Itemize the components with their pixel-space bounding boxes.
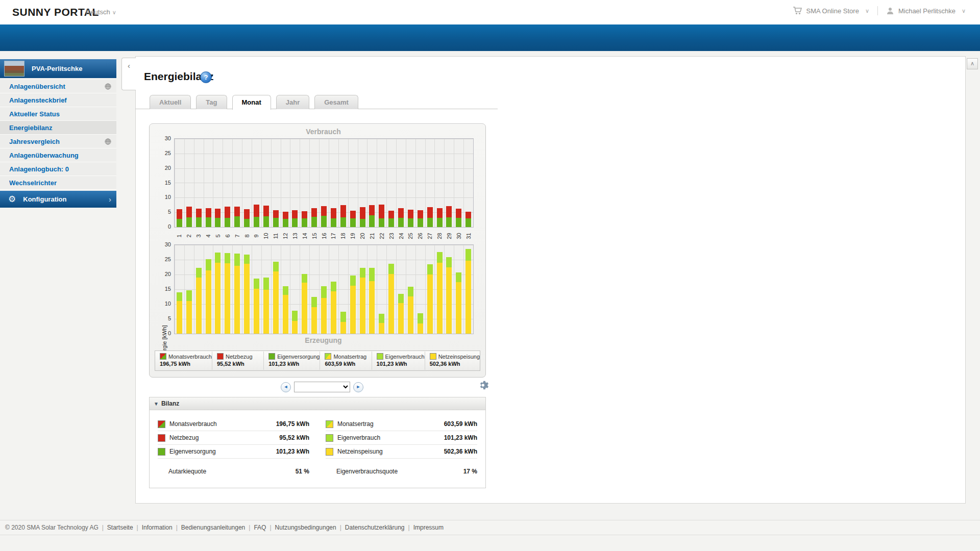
bar-day-24 [398, 294, 404, 334]
bilanz-quote-value: 51 % [296, 468, 309, 475]
bilanz-swatch-light_green [326, 434, 333, 442]
bar-segment-netzbezug [427, 207, 433, 218]
bilanz-quote-value: 17 % [463, 468, 477, 475]
footer-link-nutzungsbedingungen[interactable]: Nutzungsbedingungen [275, 524, 336, 531]
language-selector[interactable]: Deutsch∨ [86, 8, 116, 16]
bar-segment-netzeinspeisung [446, 267, 452, 334]
next-month-button[interactable]: ► [353, 382, 363, 392]
sidebar-plant-header[interactable]: PVA-Perlitschke [0, 59, 116, 78]
bar-day-8 [244, 255, 250, 334]
bar-segment-netzbezug [340, 205, 346, 217]
bar-segment-eigenversorgung [263, 216, 269, 227]
tab-aktuell[interactable]: Aktuell [150, 95, 191, 109]
legend-label: Netzbezug [226, 354, 253, 360]
sidebar-item-8[interactable]: Wechselrichter [0, 176, 116, 190]
bar-segment-netzeinspeisung [254, 289, 259, 334]
bar-day-21 [369, 205, 375, 227]
bar-segment-eigenverbrauch [273, 262, 279, 271]
bar-day-1 [177, 209, 182, 227]
bar-segment-netzeinspeisung [465, 261, 471, 334]
tab-monat[interactable]: Monat [232, 95, 271, 110]
y-tick-label: 0 [154, 330, 171, 336]
app-root: SUNNY PORTAL Deutsch∨ SMA Online Store ∨… [0, 0, 980, 551]
language-label: Deutsch [86, 8, 110, 16]
sidebar-item-label: Anlagensteckbrief [0, 96, 116, 104]
footer-link-startseite[interactable]: Startseite [107, 524, 133, 531]
bar-segment-netzbezug [418, 210, 423, 218]
y-tick-label: 20 [154, 165, 171, 171]
bar-segment-eigenverbrauch [369, 268, 375, 281]
bar-segment-eigenversorgung [215, 218, 220, 228]
sidebar-item-7[interactable]: Anlagenlogbuch: 0 [0, 162, 116, 176]
bar-segment-eigenversorgung [177, 219, 182, 227]
help-icon[interactable]: ? [200, 71, 212, 83]
brand-bar [0, 24, 980, 51]
bar-segment-netzbezug [273, 210, 279, 218]
footer-link-information[interactable]: Information [142, 524, 173, 531]
legend-item-monatsertrag: Monatsertrag603,59 kWh [320, 352, 371, 370]
y-tick-label: 5 [154, 209, 171, 215]
sidebar-item-konfiguration[interactable]: ⚙ Konfiguration › [0, 191, 116, 208]
bar-day-25 [408, 287, 413, 334]
legend-swatch-green [268, 353, 275, 360]
footer-separator: | [249, 524, 250, 531]
bar-segment-netzbezug [321, 206, 327, 216]
sidebar-item-1[interactable]: Anlagenübersicht [0, 80, 116, 93]
bar-segment-eigenverbrauch [225, 253, 230, 263]
legend-label-row: Netzbezug [217, 353, 263, 360]
footer-link-datenschutzerklärung[interactable]: Datenschutzerklärung [345, 524, 405, 531]
bar-day-19 [350, 211, 356, 227]
tab-gesamt[interactable]: Gesamt [314, 95, 358, 109]
legend-swatch-red [217, 353, 224, 360]
bar-segment-netzbezug [388, 211, 394, 218]
bar-segment-netzeinspeisung [244, 264, 250, 334]
sidebar-item-4[interactable]: Energiebilanz [0, 121, 116, 135]
scroll-up-button[interactable]: ∧ [967, 58, 978, 69]
bar-day-5 [215, 209, 220, 227]
footer-link-faq[interactable]: FAQ [254, 524, 266, 531]
bilanz-row-netzeinspeisung: Netzeinspeisung502,36 kWh [326, 445, 477, 459]
store-link[interactable]: SMA Online Store [806, 7, 859, 15]
footer-link-bedienungsanleitungen[interactable]: Bedienungsanleitungen [181, 524, 245, 531]
bar-day-20 [360, 207, 365, 227]
plant-name: PVA-Perlitschke [32, 65, 82, 72]
footer-separator: | [102, 524, 104, 531]
sidebar-item-3[interactable]: Aktueller Status [0, 107, 116, 121]
bar-segment-netzeinspeisung [418, 323, 423, 334]
month-select[interactable] [294, 382, 350, 392]
bar-segment-netzeinspeisung [292, 321, 298, 334]
sidebar-item-2[interactable]: Anlagensteckbrief [0, 93, 116, 107]
bar-day-6 [225, 207, 230, 227]
chart-legend: Monatsverbrauch196,75 kWhNetzbezug95,52 … [155, 350, 480, 371]
bar-segment-netzbezug [456, 209, 461, 218]
bar-segment-eigenversorgung [360, 219, 365, 227]
sidebar-item-5[interactable]: Jahresvergleich [0, 135, 116, 148]
chart-settings-icon[interactable] [478, 380, 489, 391]
sidebar-collapse-button[interactable]: ‹ [121, 58, 136, 90]
footer-link-impressum[interactable]: Impressum [413, 524, 444, 531]
tab-jahr[interactable]: Jahr [276, 95, 309, 109]
previous-month-button[interactable]: ◄ [281, 382, 291, 392]
bilanz-row-eigenverbrauch: Eigenverbrauch101,23 kWh [326, 431, 477, 445]
bilanz-swatch-red_green [158, 420, 165, 428]
sidebar-item-6[interactable]: Anlagenüberwachung [0, 148, 116, 162]
user-menu[interactable]: Michael Perlitschke [898, 7, 955, 15]
x-axis-day-labels: 1234567891011121314151617181920212223242… [174, 228, 473, 244]
footer-separator: | [340, 524, 341, 531]
bar-segment-netzbezug [206, 208, 211, 218]
bar-segment-eigenversorgung [186, 217, 192, 227]
bar-day-30 [456, 209, 461, 227]
bar-day-15 [311, 297, 317, 334]
bilanz-swatch-red [158, 434, 165, 442]
bar-segment-netzbezug [446, 206, 452, 218]
bar-segment-eigenverbrauch [388, 264, 394, 274]
bilanz-quote-label: Eigenverbrauchsquote [326, 468, 463, 475]
bilanz-header[interactable]: ▼ Bilanz [150, 397, 485, 410]
y-tick-label: 15 [154, 180, 171, 186]
bar-day-19 [350, 276, 356, 334]
bar-segment-eigenverbrauch [292, 311, 298, 320]
bar-segment-eigenverbrauch [196, 268, 202, 278]
month-pager: ◄ ► [281, 382, 363, 392]
bar-segment-netzeinspeisung [398, 303, 404, 334]
tab-tag[interactable]: Tag [196, 95, 227, 109]
